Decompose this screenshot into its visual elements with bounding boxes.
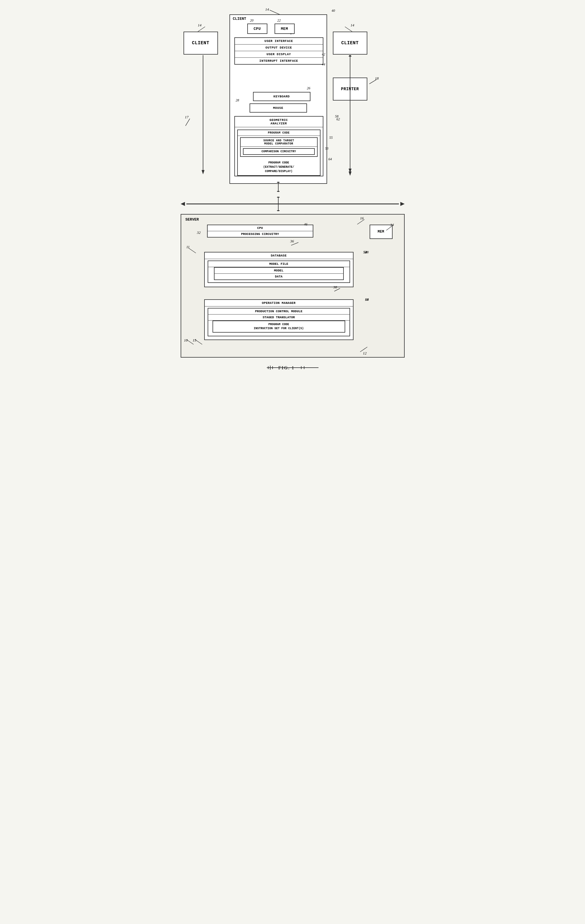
svg-line-23 xyxy=(357,219,364,224)
arrow-14-right xyxy=(342,25,354,33)
top-section: 14 CLIENT 14 CLIENT 14 PRINTER 18 xyxy=(181,14,405,193)
keyboard-box: KEYBOARD xyxy=(253,92,310,101)
ref-40: 40 xyxy=(332,8,335,13)
ref-64: 64 xyxy=(328,157,332,162)
arrow-36 xyxy=(290,241,301,247)
server-section: SERVER 16 10 15 12 11 46 CPU xyxy=(181,214,405,358)
arrow-16 xyxy=(356,218,367,226)
svg-marker-10 xyxy=(277,182,280,183)
arrow-38 xyxy=(333,287,344,293)
data-row: DATA xyxy=(214,274,343,279)
mem-box: MEM xyxy=(275,23,295,34)
ref-32: 32 xyxy=(197,230,201,235)
svg-line-12 xyxy=(186,119,190,126)
db-inner-2: 52 MODEL DATA xyxy=(214,267,344,280)
server-cpu-inner: CPU PROCESSING CIRCUITRY xyxy=(207,224,313,238)
ref-60: 60 xyxy=(365,297,369,302)
program-code-bottom: PROGRAM CODE(EXTRACT/GENERATE/COMPARE/DI… xyxy=(238,158,320,175)
ref-52: 52 xyxy=(363,250,367,254)
figure-label: FIG. 1 xyxy=(181,362,405,375)
arrow-18 xyxy=(368,78,379,85)
ref-55: 55 xyxy=(330,135,333,140)
svg-line-30 xyxy=(334,289,340,291)
client-system-down-arrow xyxy=(275,182,281,192)
program-code-row: PROGRAM CODE xyxy=(238,130,320,136)
ref-46: 46 xyxy=(304,222,308,227)
comparison-circuitry-group: 53 COMPARISON CIRCUITRY xyxy=(243,148,315,155)
keyboard-label: KEYBOARD xyxy=(274,95,290,98)
inner-group: 62 PROGRAM CODE 55 SOURCE AND TARGETMODE… xyxy=(237,130,320,176)
cpu-box: CPU xyxy=(247,23,267,34)
source-target-row: SOURCE AND TARGETMODEL COMPARATOR xyxy=(241,138,317,147)
arrow-34 xyxy=(385,224,395,232)
database-row: DATABASE xyxy=(205,252,353,259)
client-left-box: CLIENT xyxy=(183,31,218,54)
ref-62: 62 xyxy=(336,117,340,122)
client-system-label: CLIENT xyxy=(233,16,246,21)
processing-circuitry-row: PROCESSING CIRCUITRY xyxy=(208,231,313,237)
mem-label: MEM xyxy=(281,27,288,31)
op-manager-group: 54 OPERATION MANAGER 56 PRODUCTION CONTR… xyxy=(204,299,354,340)
svg-line-25 xyxy=(195,340,202,344)
arrow-15 xyxy=(192,338,204,346)
network-section xyxy=(181,195,405,213)
arrow-14-left xyxy=(196,25,208,33)
arrow-11 xyxy=(186,247,197,255)
cpu-label: CPU xyxy=(254,27,261,31)
model-file-row: MODEL FILE xyxy=(208,261,349,267)
interrupt-interface-row: INTERRUPT INTERFACE xyxy=(235,58,323,64)
ref-26: 26 xyxy=(307,86,310,91)
arrow-12 xyxy=(359,345,370,353)
ref-53: 53 xyxy=(325,147,328,151)
model-row: MODEL xyxy=(214,268,343,274)
svg-line-2 xyxy=(345,27,352,31)
ref-44: 44 xyxy=(322,62,325,67)
mouse-label: MOUSE xyxy=(273,106,283,110)
op-inner-2: 60 PROGRAM CODEINSTRUCTION SET FOR CLIEN… xyxy=(213,320,345,333)
ref-22: 22 xyxy=(277,18,281,23)
figure-decoration: FIG. 1 xyxy=(264,362,321,373)
server-label: SERVER xyxy=(186,218,199,222)
user-display-row: USER DISPLAY xyxy=(235,51,323,58)
svg-marker-8 xyxy=(349,172,351,176)
mouse-box: MOUSE xyxy=(250,103,307,112)
client-left-label: CLIENT xyxy=(192,41,209,46)
ui-group: USER INTERFACE OUTPUT DEVICE USER DISPLA… xyxy=(234,37,323,64)
svg-marker-22 xyxy=(277,210,280,211)
operation-manager-row: OPERATION MANAGER xyxy=(205,300,353,307)
server-mem-label: MEM xyxy=(377,230,384,234)
diagram-container: 14 CLIENT 14 CLIENT 14 PRINTER 18 xyxy=(181,6,405,375)
server-cpu-label-row: CPU xyxy=(208,225,313,231)
svg-line-27 xyxy=(189,248,196,253)
svg-line-29 xyxy=(386,226,392,230)
svg-text:FIG. 1: FIG. 1 xyxy=(278,365,294,370)
svg-marker-20 xyxy=(277,197,280,198)
svg-line-1 xyxy=(198,27,205,31)
svg-marker-6 xyxy=(349,55,351,56)
svg-line-3 xyxy=(369,79,376,84)
staged-translator-row: STAGED TRANSLATOR xyxy=(208,315,349,320)
program-code-clients-row: PROGRAM CODEINSTRUCTION SET FOR CLIENT(S… xyxy=(213,321,344,332)
client-right-box: CLIENT xyxy=(333,31,367,54)
ref-28: 28 xyxy=(236,98,239,102)
client-system-box: CLIENT 20 22 24 40 CPU MEM USER INTERFAC… xyxy=(229,14,327,184)
output-device-row: OUTPUT DEVICE xyxy=(235,45,323,51)
db-inner: 50 MODEL FILE 52 MODEL DATA xyxy=(208,261,350,283)
svg-marker-15 xyxy=(202,170,204,174)
comparison-circuitry-row: COMPARISON CIRCUITRY xyxy=(244,149,314,154)
svg-marker-18 xyxy=(400,202,405,206)
arrow-17 xyxy=(184,117,193,127)
v-arrow-left-client xyxy=(200,55,206,177)
op-inner: 56 PRODUCTION CONTROL MODULE STAGED TRAN… xyxy=(208,308,350,337)
network-arrow xyxy=(181,197,405,211)
user-interface-row: USER INTERFACE xyxy=(235,38,323,45)
server-cpu-group: 46 CPU PROCESSING CIRCUITRY xyxy=(207,224,313,238)
ref-42: 42 xyxy=(322,52,325,56)
svg-line-28 xyxy=(291,243,298,245)
svg-marker-11 xyxy=(277,191,280,192)
svg-line-26 xyxy=(360,347,367,352)
client-right-label: CLIENT xyxy=(341,41,359,46)
analyzer-group: 58 GEOMETRICANALYZER 62 PROGRAM CODE 55 … xyxy=(234,116,323,177)
production-control-row: PRODUCTION CONTROL MODULE xyxy=(208,309,349,315)
ref-20: 20 xyxy=(250,18,254,23)
